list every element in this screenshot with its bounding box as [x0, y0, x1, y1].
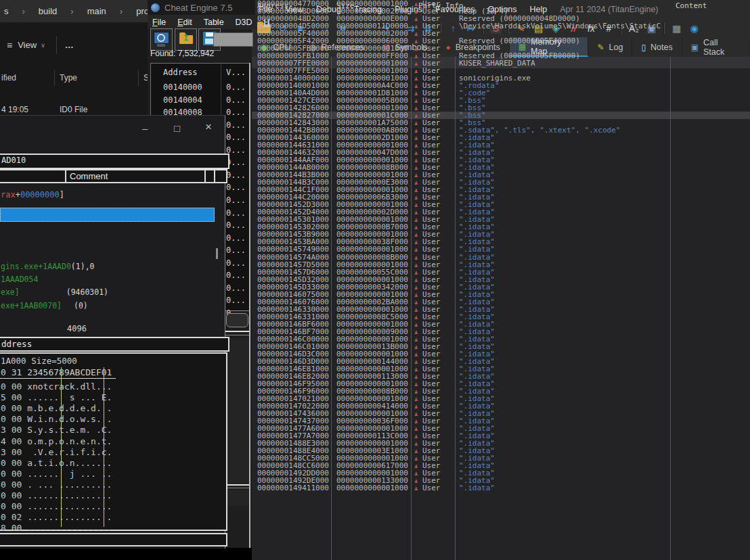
hex-row[interactable]: 0 00 . ... ..........	[1, 480, 112, 490]
memory-viewer-window: – □ × AD010 Comment rax+00000000] gins.e…	[0, 115, 225, 549]
found-row-value[interactable]: 0...	[226, 258, 246, 268]
hex-row[interactable]: 8 00 ................	[1, 523, 112, 533]
memmap-party: User	[422, 261, 441, 269]
memmap-address: 0000000146075000	[257, 291, 329, 298]
column-address[interactable]: Address	[163, 68, 198, 77]
symbol-token: gins.exe+1AAAD0	[1, 262, 71, 271]
memmap-party: User	[422, 328, 441, 335]
hex-row[interactable]: 0 00 W.i.n.d.o.w.s. .	[1, 414, 112, 424]
divider[interactable]	[138, 70, 139, 86]
hex-address-bar[interactable]: ddress	[0, 337, 229, 352]
found-row-value[interactable]: 0...	[226, 271, 246, 280]
chevron-right-icon: ›	[70, 6, 73, 16]
memmap-row[interactable]: 00000001457D6000000000000055C000♟User".i…	[252, 269, 750, 276]
chevron-down-icon: ∨	[41, 42, 45, 49]
hex-row[interactable]: 3 00 .V.e.r.i.f.i.c.	[1, 447, 112, 457]
found-row-value[interactable]: 0...	[226, 95, 246, 105]
hex-row[interactable]: 0 02 .............. .	[1, 512, 112, 522]
memmap-size: 0000000000342000	[336, 283, 408, 291]
memmap-info: ".idata"	[459, 298, 495, 306]
symbol-token: exe]	[1, 287, 20, 297]
magnifier-icon	[157, 34, 165, 42]
found-row-value[interactable]: 0...	[226, 246, 246, 255]
found-row-value[interactable]: 0...	[226, 195, 246, 205]
found-row-value[interactable]: 0...	[226, 120, 246, 130]
menu-item[interactable]: H	[264, 18, 270, 27]
memmap-address: 00000001457D5000	[257, 261, 329, 269]
memmap-address: 0000000146330000	[257, 306, 329, 313]
close-button[interactable]: ×	[205, 120, 212, 134]
memmap-row[interactable]: 0000000145D330000000000000342000♟User".i…	[252, 283, 750, 291]
found-row-value[interactable]: 0...	[226, 170, 246, 180]
select-process-button[interactable]	[150, 28, 173, 51]
found-row-value[interactable]: 0...	[226, 133, 246, 142]
disasm-line[interactable]: exe](9460301)	[1, 287, 108, 297]
memmap-row[interactable]: 0000000145D320000000000000001000♟User".i…	[252, 276, 750, 283]
memmap-row[interactable]: 00000001463300000000000000001000♟User".i…	[252, 306, 750, 313]
hex-row[interactable]: 0 00 ...... j ... ..	[1, 469, 112, 479]
found-row-address[interactable]: 00140004	[163, 95, 202, 105]
disasm-line[interactable]: exe+1AAB0070](0)	[1, 301, 88, 310]
found-row-value[interactable]: 0...	[226, 108, 246, 117]
menu-item[interactable]: Table	[204, 18, 224, 27]
scan-progress-bar	[213, 32, 253, 47]
menu-item[interactable]: D3D	[236, 18, 252, 27]
hex-row[interactable]: 3 00 S.y.s.t.e.m. .C.	[1, 425, 112, 435]
memmap-row[interactable]: 00000001457490000000000000001000♟User".i…	[252, 246, 750, 253]
memmap-info: ".idata"	[459, 269, 495, 276]
address-input[interactable]: AD010	[0, 154, 229, 169]
memmap-size: 0000000000001000	[336, 261, 408, 269]
memmap-row[interactable]: 000000014633100000000000008C5000♟User".i…	[252, 313, 750, 321]
disasm-line[interactable]: 1AAAD054	[1, 275, 38, 284]
hex-row[interactable]: 0 00 m.b.e.d.d.e.d. .	[1, 403, 112, 413]
view-dropdown[interactable]: View	[18, 40, 37, 50]
found-row-value[interactable]: 0...	[226, 183, 246, 192]
column-modified[interactable]: ified	[1, 73, 16, 83]
found-row-value[interactable]: 0...	[226, 233, 246, 243]
memmap-info: ".idata"	[459, 254, 495, 261]
hex-view[interactable]: 1A000 Size=5000 0 31 23456789ABCDEF01 0 …	[0, 352, 227, 531]
minimize-button[interactable]: –	[142, 122, 148, 134]
found-row-address[interactable]: 00140000	[163, 83, 202, 92]
breadcrumb-item[interactable]: s	[4, 6, 9, 16]
cheat-engine-titlebar[interactable]: Cheat Engine 7.5	[148, 0, 255, 15]
selected-disasm-row[interactable]	[0, 208, 215, 222]
hex-row[interactable]: 0 00 a.t.i.o.n.......	[1, 458, 112, 468]
memmap-info: ".idata"	[459, 313, 495, 321]
hex-row[interactable]: 5 00 ...... s ... E.	[1, 392, 112, 402]
memmap-row[interactable]: 0000000146BF60000000000000001000♟User".i…	[252, 321, 750, 328]
column-value[interactable]: V...	[226, 68, 246, 77]
scrollbar-thumb[interactable]	[216, 248, 218, 259]
found-row-value[interactable]: 0...	[226, 208, 246, 218]
memmap-row[interactable]: 00000001494110000000000000001000♟User".i…	[252, 484, 750, 492]
memmap-row[interactable]: 00000001457D50000000000000001000♟User".i…	[252, 261, 750, 269]
hex-row[interactable]: 4 00 o.m.p.o.n.e.n.t.	[1, 436, 112, 446]
menu-item[interactable]: Edit	[177, 18, 192, 27]
found-row-value[interactable]: 0...	[226, 220, 246, 230]
memmap-row[interactable]: 00000001460750000000000000001000♟User".i…	[252, 291, 750, 298]
disasm-line[interactable]: gins.exe+1AAAD0(1),0	[1, 262, 94, 271]
column-comment[interactable]: Comment	[70, 171, 108, 181]
disasm-operand[interactable]: rax+00000000]	[1, 190, 64, 200]
column-type[interactable]: Type	[60, 73, 77, 83]
more-options-button[interactable]: …	[65, 40, 74, 50]
breadcrumb-item[interactable]: build	[39, 6, 57, 16]
divider[interactable]	[54, 70, 55, 86]
found-row-value[interactable]: 0...	[226, 283, 246, 293]
file-type: ID0 File	[60, 105, 87, 114]
menu-item[interactable]: File	[152, 18, 166, 27]
hex-region-title: 1A000 Size=5000	[1, 356, 77, 366]
hex-row[interactable]: 0 00 xnotcrack.dll...	[1, 381, 112, 392]
found-row-value[interactable]: 0...	[226, 83, 246, 92]
hex-row[interactable]: 0 00 ................	[1, 490, 112, 500]
memmap-row[interactable]: 000000014607600000000000002BA000♟User".i…	[252, 298, 750, 306]
breadcrumb-item[interactable]: main	[87, 6, 106, 16]
found-row-value[interactable]: 0...	[226, 296, 246, 305]
value-token: (1),0	[71, 262, 95, 271]
hex-row[interactable]: 0 00 ................	[1, 501, 112, 511]
open-table-button[interactable]: ↥	[175, 28, 197, 51]
scrollbar-thumb[interactable]	[226, 313, 248, 327]
memmap-party: User	[422, 313, 441, 321]
memmap-row[interactable]: 000000014574A000000000000008B000♟User".i…	[252, 254, 750, 261]
maximize-button[interactable]: □	[174, 122, 180, 134]
